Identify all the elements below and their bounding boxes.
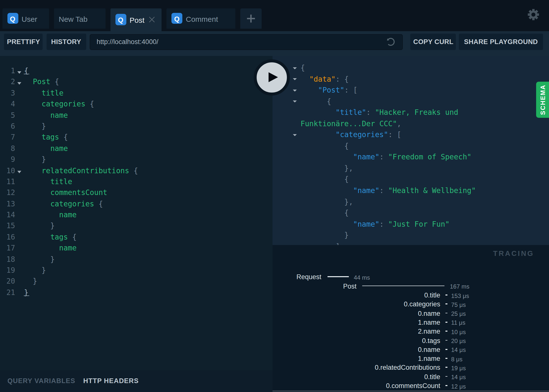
collapse-arrow-icon[interactable]: [293, 134, 297, 136]
schema-side-tab[interactable]: SCHEMA: [536, 81, 549, 118]
endpoint-url-input[interactable]: [97, 38, 382, 46]
line-number: 12: [0, 187, 15, 198]
tab-bar: QUserNew TabQPostQComment: [0, 0, 549, 31]
query-editor-pane[interactable]: 1{2 Post {3 title4 categories {5 name6 }…: [0, 56, 273, 370]
tracing-row-label: 1.name: [418, 355, 440, 362]
line-number: 19: [0, 265, 15, 276]
reload-endpoint-icon[interactable]: [385, 37, 396, 47]
fold-gutter: [15, 287, 24, 298]
tab-post[interactable]: QPost: [110, 8, 162, 31]
share-playground-button[interactable]: SHARE PLAYGROUND: [459, 34, 543, 50]
tab-user[interactable]: QUser: [2, 8, 49, 28]
history-button[interactable]: HISTORY: [46, 34, 86, 50]
response-line: ]: [273, 241, 549, 245]
tracing-row-time: 44 ms: [354, 274, 370, 281]
response-pane[interactable]: { "data": { "Post": [ { "title": "Hacker…: [273, 56, 549, 245]
code-text: }: [24, 254, 55, 265]
editor-line: 17 name: [0, 243, 273, 254]
tracing-row-time: 10 μs: [451, 328, 466, 335]
collapse-arrow-icon[interactable]: [293, 78, 297, 80]
tracing-row-time: 8 μs: [451, 356, 463, 363]
tab-comment[interactable]: QComment: [166, 8, 235, 28]
close-tab-icon[interactable]: [149, 17, 154, 22]
code-text: {: [24, 65, 28, 76]
code-text: {: [273, 141, 549, 152]
tracing-row-time: 153 μs: [451, 292, 469, 299]
tab-new-tab[interactable]: New Tab: [54, 8, 105, 28]
prettify-button[interactable]: PRETTIFY: [4, 34, 43, 50]
response-line: "name": "Freedom of Speech": [273, 152, 549, 163]
tracing-row: 0.title153 μs: [273, 292, 549, 301]
tracing-row: 0.commentsCount12 μs: [273, 382, 549, 391]
endpoint-url-box: [90, 34, 403, 50]
line-number: 17: [0, 243, 15, 254]
editor-line: 16 tags {: [0, 232, 273, 243]
response-line: "name": "Just For Fun": [273, 219, 549, 230]
code-text: {: [273, 62, 549, 74]
fold-gutter: [15, 220, 24, 232]
play-icon: [268, 72, 278, 82]
add-tab-button[interactable]: [240, 8, 262, 29]
code-text: commentsCount: [24, 187, 107, 198]
editor-line: 10 relatedContributions {: [0, 165, 273, 176]
fold-gutter: [15, 276, 24, 287]
code-text: {: [273, 96, 549, 107]
fold-gutter: [15, 132, 24, 143]
tracing-row-bar: [328, 276, 349, 277]
tracing-row-bar: [445, 313, 447, 314]
fold-gutter: [15, 198, 24, 209]
fold-gutter: [15, 110, 24, 121]
tracing-row: 2.name10 μs: [273, 328, 549, 337]
tracing-row-label: 0.categories: [404, 391, 440, 392]
line-number: 16: [0, 232, 15, 243]
collapse-arrow-icon[interactable]: [293, 100, 297, 102]
response-lines: { "data": { "Post": [ { "title": "Hacker…: [273, 56, 549, 245]
response-line: "title": "Hacker, Freaks und: [273, 107, 549, 118]
editor-line: 21}: [0, 287, 273, 298]
response-line: {: [273, 174, 549, 185]
collapse-arrow-icon[interactable]: [293, 67, 297, 69]
tab-label: Comment: [186, 15, 218, 23]
code-text: }: [24, 121, 46, 132]
fold-arrow-icon[interactable]: [15, 76, 24, 88]
fold-arrow-icon[interactable]: [15, 65, 24, 76]
line-number: 1: [0, 65, 15, 76]
editor-line: 2 Post {: [0, 76, 273, 88]
collapse-arrow-icon[interactable]: [293, 89, 297, 91]
query-variables-tab[interactable]: QUERY VARIABLES: [7, 377, 75, 385]
fold-arrow-icon[interactable]: [15, 165, 24, 176]
line-number: 11: [0, 176, 15, 187]
tracing-row-bar: [362, 285, 444, 286]
code-text: }: [24, 276, 37, 287]
tracing-row-label: 0.tags: [422, 337, 440, 344]
response-line: Funktionäre...Der CCC",: [273, 118, 549, 129]
tracing-row-label: 0.title: [424, 292, 440, 299]
line-number: 10: [0, 165, 15, 176]
tracing-row-bar: [445, 331, 447, 332]
tracing-row-time: 167 ms: [450, 283, 469, 290]
editor-line: 11 title: [0, 176, 273, 187]
tracing-row-time: 14 μs: [451, 374, 466, 381]
response-line: }: [273, 230, 549, 241]
code-text: tags {: [24, 232, 77, 243]
fold-gutter: [15, 88, 24, 99]
code-text: "name": "Freedom of Speech": [273, 152, 549, 163]
code-text: "Post": [: [273, 85, 549, 96]
tracing-row: Post167 ms: [273, 282, 549, 292]
tracing-row-label: 0.relatedContributions: [375, 364, 440, 371]
line-number: 9: [0, 154, 15, 165]
code-text: name: [24, 243, 77, 254]
query-badge: Q: [171, 13, 182, 24]
code-text: ]: [273, 241, 549, 245]
tracing-row-label: 0.name: [418, 346, 440, 353]
code-text: name: [24, 209, 77, 220]
tracing-row: 0.name25 μs: [273, 310, 549, 319]
tracing-row-bar: [445, 294, 447, 295]
http-headers-tab[interactable]: HTTP HEADERS: [83, 377, 139, 385]
tracing-row-label: Post: [343, 282, 357, 290]
execute-query-button[interactable]: [254, 59, 290, 95]
editor-line: 15 }: [0, 220, 273, 232]
copy-curl-button[interactable]: COPY CURL: [410, 34, 456, 50]
settings-gear-icon[interactable]: [527, 9, 539, 20]
tracing-row-label: 1.name: [418, 319, 440, 326]
